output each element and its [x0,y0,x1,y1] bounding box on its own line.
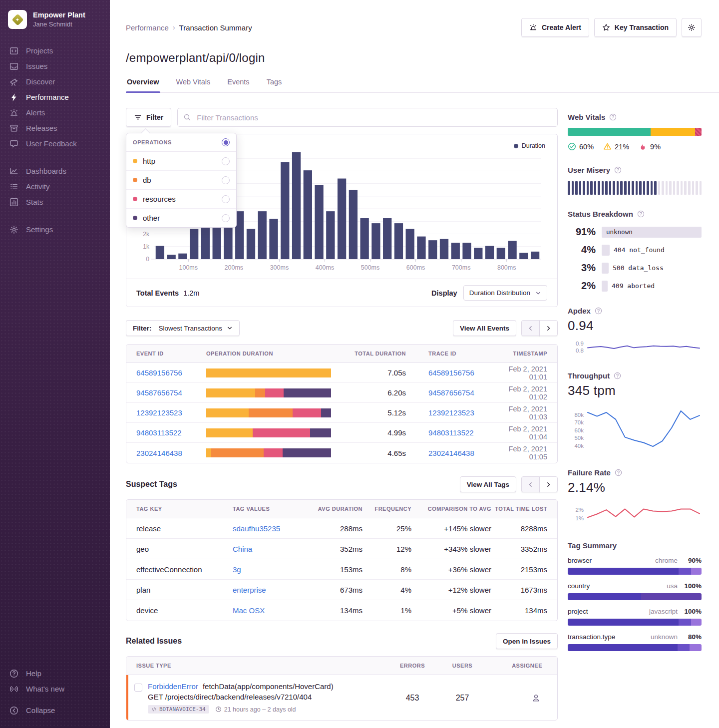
sidebar-item-what-s-new[interactable]: What's new [0,681,110,697]
siren-icon [529,23,537,31]
sidebar-item-issues[interactable]: Issues [0,58,110,74]
sidebar-item-collapse[interactable]: Collapse [0,703,110,718]
sidebar-item-projects[interactable]: Projects [0,43,110,58]
view-all-tags-button[interactable]: View All Tags [460,476,516,492]
tag-value-link[interactable]: Mac OSX [233,606,265,615]
sidebar-item-settings[interactable]: Settings [0,222,110,237]
operation-radio[interactable] [222,195,230,203]
tag-row: effectiveConnection3g153ms8%+36% slower2… [126,559,557,580]
operation-option-http[interactable]: http [126,152,236,171]
event-id-link[interactable]: 23024146438 [136,449,206,457]
trace-id-link[interactable]: 12392123523 [428,408,474,417]
operation-option-db[interactable]: db [126,171,236,190]
trace-id-link[interactable]: 94803113522 [428,428,474,437]
web-vitals-segment [568,128,651,136]
operations-dropdown-header[interactable]: OPERATIONS [126,133,236,152]
event-id-link[interactable]: 94587656754 [136,388,206,397]
total-duration: 6.20s [331,388,406,397]
sidebar-item-alerts[interactable]: Alerts [0,105,110,120]
question-circle-icon[interactable] [595,307,602,315]
operation-option-other[interactable]: other [126,209,236,227]
open-in-issues-button[interactable]: Open in Issues [496,633,558,649]
org-switcher[interactable]: Empower Plant Jane Schmidt [0,8,110,43]
user-misery-segment [609,181,612,195]
tag-value-link[interactable]: sdaufhu35235 [233,524,280,533]
trace-id-link[interactable]: 94587656754 [428,388,474,397]
issue-subtitle: GET /projects/direct/backend/releases/v7… [148,693,334,701]
filter-button[interactable]: Filter [126,108,171,127]
tag-frequency: 25% [362,524,411,533]
view-all-events-button[interactable]: View All Events [453,320,516,336]
sidebar-item-help[interactable]: Help [0,666,110,681]
tag-summary-value: chrome [655,557,678,564]
event-id-link[interactable]: 64589156756 [136,368,206,377]
event-id-link[interactable]: 12392123523 [136,408,206,417]
settings-button[interactable] [682,18,702,37]
create-alert-button[interactable]: Create Alert [521,18,589,37]
tag-row: releasesdaufhu35235288ms25%+145% slower8… [126,518,557,539]
user-icon[interactable] [532,694,540,702]
tag-value-link[interactable]: 3g [233,565,241,574]
issue-error-type-link[interactable]: ForbiddenError [148,682,198,691]
operation-radio[interactable] [222,214,230,222]
sidebar-item-dashboards[interactable]: Dashboards [0,163,110,179]
tag-value-link[interactable]: China [233,545,252,553]
filter-button-label: Filter [146,113,163,121]
question-circle-icon[interactable] [614,166,622,174]
display-select[interactable]: Duration Distribution [463,285,547,301]
issue-row: ForbiddenErrorfetchData(app/components/H… [126,675,557,720]
tag-time-lost: 3352ms [491,545,547,553]
sidebar-item-releases[interactable]: Releases [0,120,110,136]
operation-option-resources[interactable]: resources [126,190,236,209]
chevron-right-icon [545,325,552,332]
throughput-section: Throughput 345 tpm 80k70k60k50k40k [568,371,702,453]
user-misery-segment [613,181,615,195]
question-circle-icon[interactable] [637,210,645,218]
trace-id-cell: 23024146438 [406,449,501,457]
sidebar-item-discover[interactable]: Discover [0,74,110,89]
status-bar [602,245,610,256]
operation-duration-bar [206,428,331,437]
tab-overview[interactable]: Overview [126,78,160,92]
trace-id-link[interactable]: 64589156756 [428,368,474,377]
sidebar-item-performance[interactable]: Performance [0,89,110,105]
tag-frequency: 1% [362,606,411,615]
event-timestamp: Feb 2, 2021 01:02 [501,385,547,401]
events-filter-select[interactable]: Filter: Slowest Transactions [126,320,240,336]
tag-summary-segment [691,568,702,575]
issue-checkbox[interactable] [134,684,142,692]
sidebar-item-stats[interactable]: Stats [0,194,110,210]
total-duration: 4.65s [331,449,406,457]
operation-radio[interactable] [222,176,230,184]
tab-events[interactable]: Events [226,78,250,92]
events-next-button[interactable] [539,320,558,336]
events-prev-button[interactable] [521,320,540,336]
trace-id-link[interactable]: 23024146438 [428,449,474,457]
question-circle-icon[interactable] [615,469,622,476]
tag-value-link[interactable]: enterprise [233,586,266,594]
question-circle-icon[interactable] [614,372,621,379]
tag-summary-segment [691,619,702,626]
tags-pager [521,476,558,492]
related-issues-toolbar: Related Issues Open in Issues [126,633,558,649]
issues-icon [9,62,18,71]
trace-id-cell: 94587656754 [406,388,501,397]
operation-radio[interactable] [222,157,230,165]
tab-tags[interactable]: Tags [266,78,283,92]
tab-web-vitals[interactable]: Web Vitals [175,78,212,92]
sidebar-item-user-feedback[interactable]: User Feedback [0,136,110,151]
question-circle-icon[interactable] [609,113,617,121]
tags-prev-button[interactable] [521,476,540,492]
operations-all-radio[interactable] [222,138,230,146]
status-percent: 2% [568,280,596,292]
key-transaction-button[interactable]: Key Transaction [594,18,677,37]
search-input[interactable] [177,108,558,127]
sidebar-item-label: User Feedback [26,139,77,148]
user-misery-bar [568,181,702,195]
breadcrumb-parent[interactable]: Performance [126,23,169,32]
user-misery-segment [598,181,600,195]
event-id-link[interactable]: 94803113522 [136,428,206,437]
throughput-value: 345 tpm [568,383,702,398]
sidebar-item-activity[interactable]: Activity [0,179,110,194]
tags-next-button[interactable] [539,476,558,492]
